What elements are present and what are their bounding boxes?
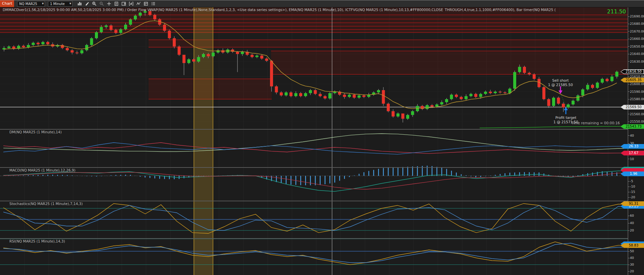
price-tag: 91.31 — [621, 201, 644, 206]
axis-tick — [628, 251, 630, 252]
axis-tick — [628, 187, 630, 187]
indicator-description-bar: DMMACDver1(1,56,2/18/2025 9:00:00 AM,50,… — [3, 8, 556, 12]
axis-tick — [628, 216, 630, 216]
axis-tick — [628, 99, 630, 99]
properties-icon[interactable] — [143, 1, 149, 7]
indicators-icon[interactable] — [128, 1, 134, 7]
axis-label: 40 — [630, 256, 644, 260]
sell-short-annotation: Sell short 1 @ 21585.50 — [535, 78, 586, 87]
axis-tick — [628, 192, 630, 192]
axis-tick — [628, 143, 630, 144]
tab-chart[interactable]: Chart — [0, 0, 14, 7]
axis-label: 21690.00 — [630, 14, 644, 18]
price-tag: 21616.50 — [621, 69, 644, 74]
axis-tick — [628, 24, 630, 24]
price-tag: 21569.50 — [621, 105, 644, 110]
toolbar-icon-row — [76, 1, 156, 7]
axis-tick — [628, 223, 630, 223]
axis-label: 21580.00 — [630, 97, 644, 101]
axis-tick — [628, 197, 630, 198]
axis-tick — [628, 84, 630, 84]
axis-tick — [628, 114, 630, 114]
chart-trader-icon[interactable] — [121, 1, 126, 7]
axis-tick — [628, 54, 630, 54]
axis-tick — [628, 122, 630, 122]
chevron-down-icon: ▼ — [42, 1, 44, 6]
axis-tick — [628, 258, 630, 258]
instrument-select-value: NQ MAR25 — [19, 1, 37, 6]
axis-label: 10 — [630, 157, 644, 161]
axis-label: 21650.00 — [630, 45, 644, 48]
bar-timer-text: Time remaining = 00:00:16 — [536, 121, 620, 125]
drawing-tools-icon[interactable] — [84, 1, 90, 7]
axis-label: 21670.00 — [630, 29, 644, 33]
axis-label: 30 — [630, 263, 644, 266]
zoom-out-icon[interactable] — [99, 1, 104, 7]
axis-label: 21630.00 — [630, 60, 644, 63]
panel-label-dm: DM(NQ MAR25 (1 Minute),14) — [9, 130, 62, 134]
instrument-select[interactable]: NQ MAR25 ▼ — [17, 1, 45, 7]
toolbar: Chart NQ MAR25 ▼ 1 Minute ▼ — [0, 0, 644, 7]
axis-label: -10 — [630, 185, 644, 188]
axis-label: 21590.00 — [630, 90, 644, 93]
interval-select-value: 1 Minute — [50, 1, 65, 6]
axis-tick — [628, 230, 630, 231]
axis-tick — [628, 46, 630, 47]
panel-label-macd: MACD(NQ MAR25 (1 Minute),12,26,9) — [9, 168, 75, 172]
axis-tick — [628, 61, 630, 62]
net-change-display: 211.50 — [559, 8, 626, 15]
chevron-down-icon: ▼ — [69, 1, 71, 6]
axis-label: 21600.00 — [630, 82, 644, 86]
axis-tick — [628, 16, 630, 17]
price-tag: 58.83 — [621, 243, 644, 248]
axis-label: 21660.00 — [630, 37, 644, 41]
price-tag: 21605.35 — [621, 78, 644, 82]
zoom-in-icon[interactable] — [91, 1, 97, 7]
axis-label: -15 — [630, 190, 644, 194]
panel-label-stochastics: Stochastics(NQ MAR25 (1 Minute),7,14,3) — [9, 202, 83, 206]
data-box-icon[interactable] — [113, 1, 119, 7]
panel-label-rsi: RSI(NQ MAR25 (1 Minute),14,3) — [9, 239, 65, 243]
price-tag: 1.96 — [621, 171, 644, 176]
axis-tick — [628, 76, 630, 77]
axis-tick — [628, 31, 630, 31]
axis-tick — [628, 159, 630, 159]
price-tag: 21543.73 — [621, 124, 644, 129]
axis-label: 21550.00 — [630, 120, 644, 123]
axis-label: 20 — [630, 228, 644, 232]
price-tag: 26.33 — [621, 144, 644, 149]
chart-window: Chart NQ MAR25 ▼ 1 Minute ▼ — [0, 0, 644, 275]
axis-label: 21610.00 — [630, 75, 644, 78]
last-price-tag-text: 21616.50 — [621, 70, 643, 73]
crosshair-icon[interactable] — [106, 1, 112, 7]
axis-tick — [628, 91, 630, 92]
axis-label: -5 — [630, 179, 644, 183]
axis-tick — [628, 39, 630, 39]
axis-tick — [628, 271, 630, 272]
axis-label: 40 — [630, 134, 644, 137]
axis-tick — [628, 265, 630, 265]
axis-tick — [628, 181, 630, 182]
axis-label: -20 — [630, 195, 644, 199]
axis-label: 21680.00 — [630, 22, 644, 25]
chart-canvas[interactable] — [0, 0, 644, 275]
chart-style-icon[interactable] — [76, 1, 82, 7]
axis-label: 40 — [630, 221, 644, 225]
axis-label: 60 — [630, 214, 644, 217]
axis-label: 21640.00 — [630, 52, 644, 56]
axis-tick — [628, 135, 630, 136]
sell-short-line1: Sell short — [535, 78, 586, 83]
axis-label: 20 — [630, 269, 644, 273]
data-series-list-icon[interactable] — [150, 1, 156, 7]
interval-select[interactable]: 1 Minute ▼ — [48, 1, 72, 7]
axis-label: 21560.00 — [630, 112, 644, 116]
trend-line-icon[interactable] — [136, 1, 141, 7]
price-tag: 17.67 — [621, 151, 644, 155]
sell-short-line2: 1 @ 21585.50 — [535, 83, 586, 87]
profit-target-line1: Profit target — [541, 116, 591, 120]
axis-label: 50 — [630, 249, 644, 253]
